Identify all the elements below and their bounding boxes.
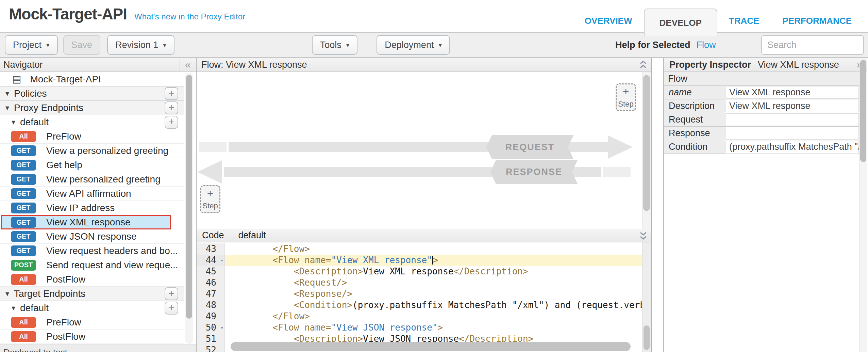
inspector-row-request: Request [664,113,859,127]
inspector-property-value-name[interactable]: View XML response [725,86,859,99]
nav-subsection-default[interactable]: ▾default+ [0,301,184,315]
code-line-49: 49 </Flow> [197,311,642,322]
tab-performance[interactable]: PERFORMANCE [771,10,863,32]
nav-item-preflow[interactable]: AllPreFlow [0,315,184,330]
code-editor[interactable]: 43 </Flow>44▾ <Flow name="View XML respo… [197,242,651,352]
method-badge-post: POST [11,260,36,271]
method-badge-all: All [11,317,36,328]
property-inspector-panel: Property Inspector View XML response » F… [663,58,867,352]
nav-subsection-default[interactable]: ▾default+ [0,115,184,129]
method-badge-get: GET [11,174,36,185]
fold-toggle-icon[interactable]: ▾ [220,255,223,266]
inspector-scrollbar[interactable] [860,60,866,162]
collapse-up-icon[interactable] [635,58,651,71]
api-proxy-icon: ▤ [12,74,21,85]
add-target-endpoints-button[interactable]: + [165,287,178,300]
main-area: Navigator « ▤Mock-Target-API▾Policies+▾P… [0,58,868,352]
flow-editor-panel: Flow: View XML response + Step REQUE [197,58,652,352]
nav-item-view-json-response[interactable]: GETView JSON response [0,229,184,244]
search-input[interactable] [761,35,864,55]
tab-develop[interactable]: DEVELOP [644,9,717,36]
top-header: Mock-Target-API What's new in the Proxy … [0,0,868,33]
inspector-property-value-description[interactable]: View XML response [725,100,859,112]
collapse-panel-icon[interactable]: « [180,58,196,71]
nav-item-view-xml-response[interactable]: GETView XML response [1,215,171,229]
revision-menu-label: Revision 1 [115,40,158,50]
nav-item-send-request-and-view-reque[interactable]: POSTSend request and view reque... [0,258,184,272]
caret-down-icon: ▾ [438,41,442,49]
nav-item-preflow[interactable]: AllPreFlow [0,129,184,144]
help-for-selected: Help for Selected Flow [615,40,716,50]
navigator-title: Navigator [3,60,43,70]
inspector-property-label: Request [664,113,725,126]
flow-diagram: + Step REQUEST RESPONSE + Step [197,72,651,229]
nav-item-view-ip-address[interactable]: GETView IP address [0,201,184,215]
code-segment: </Flow> [230,244,310,254]
inspector-property-value-request[interactable] [725,113,859,126]
add-step-button-top[interactable]: + Step [616,83,636,111]
help-flow-link[interactable]: Flow [697,40,716,50]
help-for-selected-label: Help for Selected [615,40,690,50]
caret-down-icon[interactable]: ▾ [5,103,9,112]
revision-menu-button[interactable]: Revision 1 ▾ [107,35,174,55]
nav-item-postflow[interactable]: AllPostFlow [0,330,184,344]
nav-item-postflow[interactable]: AllPostFlow [0,272,184,287]
nav-item-label: Send request and view reque... [46,260,178,271]
nav-section-target-endpoints[interactable]: ▾Target Endpoints+ [0,287,184,301]
line-number: 44▾ [197,255,225,266]
nav-item-view-api-affirmation[interactable]: GETView API affirmation [0,187,184,201]
navigator-header: Navigator « [0,58,196,72]
code-line-50: 50▾ <Flow name="View JSON response"> [197,322,642,333]
caret-down-icon[interactable]: ▾ [12,304,15,313]
tools-menu-button[interactable]: Tools ▾ [312,35,358,55]
fold-toggle-icon[interactable]: ▾ [220,322,223,334]
code-vscrollbar[interactable] [644,325,650,350]
add-policies-button[interactable]: + [165,87,178,100]
project-menu-button[interactable]: Project ▾ [5,35,58,55]
line-number: 51 [197,333,225,345]
tab-overview[interactable]: OVERVIEW [573,10,644,32]
navigator-body: ▤Mock-Target-API▾Policies+▾Proxy Endpoin… [0,72,196,345]
code-line-45: 45 <Description>View XML response</Descr… [197,266,642,277]
collapse-down-icon[interactable] [635,229,651,242]
add-step-button-bottom[interactable]: + Step [200,185,220,213]
code-text: <Condition>(proxy.pathsuffix MatchesPath… [225,300,642,311]
page-title: Mock-Target-API [9,5,127,23]
navigator-scrollbar[interactable] [186,75,192,319]
nav-section-policies[interactable]: ▾Policies+ [0,86,184,101]
code-text: </Flow> [225,311,642,322]
code-segment: > [438,322,443,333]
caret-down-icon[interactable]: ▾ [12,118,15,127]
deployment-menu-label: Deployment [385,40,434,50]
nav-item-label: View personalized greeting [46,174,161,185]
caret-down-icon[interactable]: ▾ [5,89,9,98]
save-button[interactable]: Save [63,35,101,55]
nav-item-get-help[interactable]: GETGet help [0,158,184,172]
add-default-button[interactable]: + [165,116,178,129]
nav-item-view-personalized-greeting[interactable]: GETView personalized greeting [0,172,184,187]
deployment-menu-button[interactable]: Deployment ▾ [377,35,450,55]
code-hscrollbar[interactable] [231,342,631,351]
nav-item-view-request-headers-and-bo[interactable]: GETView request headers and bo... [0,244,184,258]
add-default-button[interactable]: + [165,302,178,315]
caret-down-icon[interactable]: ▾ [5,289,9,298]
add-proxy-endpoints-button[interactable]: + [165,101,178,114]
line-number: 49 [197,311,225,322]
inspector-property-value-condition[interactable]: (proxy.pathsuffix MatchesPath "/xml") an… [725,141,859,153]
inspector-property-value-response[interactable] [725,127,859,140]
inspector-rows: nameView XML responseDescriptionView XML… [664,86,867,154]
nav-item-label: View a personalized greeting [46,145,168,156]
diagram-scrollbar[interactable] [643,75,650,211]
code-segment: (proxy.pathsuffix MatchesPath "/xml") an… [352,300,642,310]
whats-new-link[interactable]: What's new in the Proxy Editor [134,12,245,21]
code-segment: <Condition> [230,300,352,310]
save-button-label: Save [71,40,93,50]
nav-item-view-a-personalized-greeting[interactable]: GETView a personalized greeting [0,144,184,158]
line-number: 46 [197,277,225,288]
method-badge-all: All [11,274,36,285]
nav-section-proxy-endpoints[interactable]: ▾Proxy Endpoints+ [0,101,184,115]
tab-trace[interactable]: TRACE [717,10,771,32]
nav-label: Proxy Endpoints [14,102,83,113]
flow-title: Flow: View XML response [201,60,307,70]
nav-api-root[interactable]: ▤Mock-Target-API [0,72,184,86]
